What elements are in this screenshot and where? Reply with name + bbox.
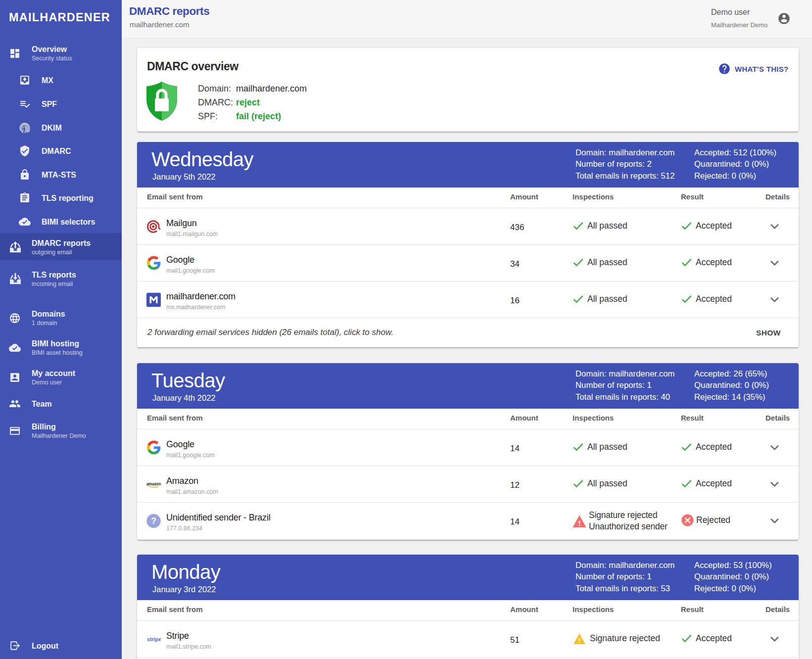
svg-text:?: ? [151,516,156,526]
svg-text:stripe: stripe [147,636,161,642]
